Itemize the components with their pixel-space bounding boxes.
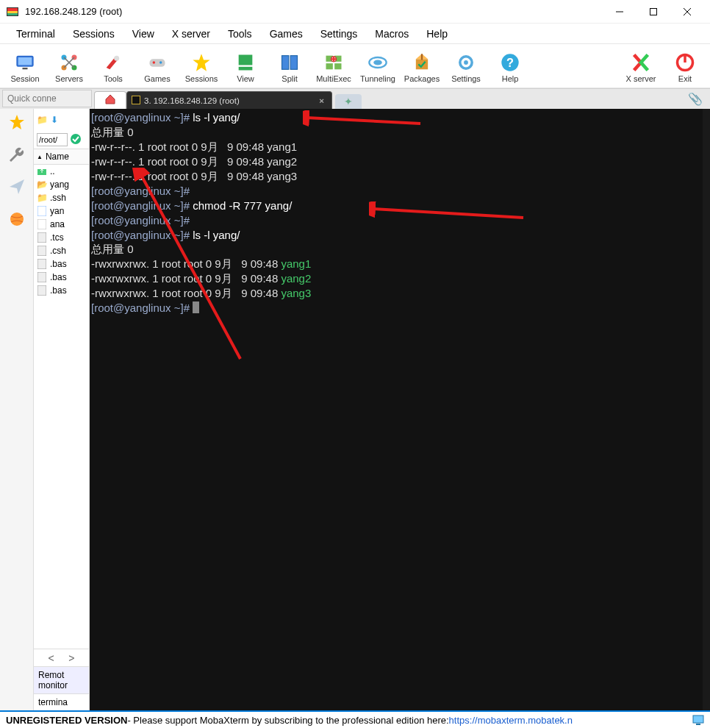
svg-rect-5	[650, 8, 657, 15]
menu-sessions[interactable]: Sessions	[64, 25, 123, 43]
menu-terminal[interactable]: Terminal	[7, 25, 64, 43]
tool-sessions[interactable]: Sessions	[179, 47, 223, 88]
sftp-item-folder[interactable]: 📁.ssh	[34, 191, 89, 204]
check-icon[interactable]	[70, 133, 82, 147]
star-icon	[191, 52, 212, 73]
svg-rect-25	[326, 63, 333, 69]
minimize-button[interactable]	[603, 1, 637, 23]
new-tab-button[interactable]: ✦	[335, 94, 362, 109]
sftp-item-up[interactable]: ..	[34, 165, 89, 178]
paperclip-icon[interactable]: 📎	[688, 92, 703, 106]
close-button[interactable]	[670, 1, 704, 23]
sftp-header[interactable]: ▲ Name	[34, 149, 89, 165]
tool-games[interactable]: Games	[135, 47, 179, 88]
sftp-item-file[interactable]: .bas	[34, 257, 89, 271]
home-tab[interactable]	[94, 91, 126, 109]
favorites-icon[interactable]	[8, 113, 26, 131]
svg-point-29	[373, 60, 382, 65]
menu-macros[interactable]: Macros	[366, 25, 417, 43]
svg-rect-46	[37, 259, 46, 269]
gear-icon	[456, 52, 476, 73]
footer: UNREGISTERED VERSION - Please support Mo…	[0, 710, 710, 728]
globe-icon[interactable]	[8, 210, 26, 228]
tunneling-icon	[367, 52, 388, 73]
menu-tools[interactable]: Tools	[219, 25, 261, 43]
svg-rect-2	[7, 11, 18, 13]
tool-servers[interactable]: Servers	[47, 47, 91, 88]
multiexec-icon	[323, 52, 344, 73]
svg-rect-26	[334, 63, 341, 69]
sftp-item-file[interactable]: ana	[34, 218, 89, 231]
sftp-item-file[interactable]: .tcs	[34, 231, 89, 244]
arrow-left-icon[interactable]: <	[49, 652, 54, 664]
send-icon[interactable]	[8, 178, 26, 196]
monitor-icon	[15, 52, 35, 73]
power-icon	[675, 52, 695, 73]
sftp-file-list[interactable]: .. 📂yang 📁.ssh yan ana .tcs .csh .bas .b…	[34, 165, 89, 649]
svg-point-40	[71, 134, 81, 144]
terminal-scrollbar[interactable]	[703, 109, 710, 710]
tool-multiexec[interactable]: MultiExec	[312, 47, 356, 88]
tool-view[interactable]: View	[223, 47, 268, 88]
tool-packages[interactable]: Packages	[400, 47, 444, 88]
sftp-path-input[interactable]	[37, 133, 68, 146]
wrench-icon[interactable]	[8, 146, 26, 163]
menu-help[interactable]: Help	[417, 25, 456, 43]
sftp-item-folder[interactable]: 📂yang	[34, 178, 89, 191]
sftp-panel: 📁 ⬇ ▲ Name .. 📂yang 📁.ssh yan ana .tcs .…	[34, 109, 90, 710]
footer-link[interactable]: https://mobaxterm.mobatek.n	[449, 715, 573, 726]
servers-icon	[59, 52, 79, 73]
folder-icon[interactable]: 📁	[37, 115, 48, 125]
sftp-nav: < >	[34, 649, 89, 666]
svg-point-32	[464, 60, 468, 65]
file-icon	[37, 246, 47, 256]
home-icon	[104, 93, 116, 108]
sftp-item-file[interactable]: yan	[34, 204, 89, 218]
up-folder-icon	[37, 166, 47, 176]
tab-terminal[interactable]: termina	[34, 693, 89, 710]
tool-exit[interactable]: Exit	[663, 47, 707, 88]
tabbar: 3. 192.168.248.129 (root) × ✦ 📎	[0, 88, 710, 109]
version-label: UNREGISTERED VERSION	[6, 715, 127, 726]
tab-remote-monitor[interactable]: Remotmonitor	[34, 667, 89, 693]
monitor-small-icon[interactable]	[692, 715, 704, 725]
toolbar: Session Servers Tools Games Sessions Vie…	[0, 44, 710, 88]
sftp-item-file[interactable]: .csh	[34, 244, 89, 257]
quick-connect-input[interactable]	[2, 90, 92, 107]
sftp-column-name: Name	[46, 151, 69, 162]
tab-label: 3. 192.168.248.129 (root)	[144, 96, 240, 105]
tool-split[interactable]: Split	[268, 47, 312, 88]
tool-settings[interactable]: Settings	[444, 47, 488, 88]
svg-point-15	[114, 55, 119, 60]
session-tab[interactable]: 3. 192.168.248.129 (root) ×	[126, 91, 332, 109]
tool-tunneling[interactable]: Tunneling	[356, 47, 400, 88]
sftp-item-file[interactable]: .bas	[34, 271, 89, 284]
split-icon	[279, 52, 300, 73]
svg-rect-10	[23, 68, 28, 69]
menu-games[interactable]: Games	[261, 25, 312, 43]
tool-xserver[interactable]: X server	[619, 47, 663, 88]
maximize-button[interactable]	[637, 1, 670, 23]
terminal[interactable]: [root@yanglinux ~]# ls -l yang/ 总用量 0 -r…	[90, 109, 710, 710]
tool-tools[interactable]: Tools	[91, 47, 135, 88]
file-icon	[37, 232, 47, 243]
gamepad-icon	[147, 52, 168, 73]
arrow-right-icon[interactable]: >	[68, 652, 74, 664]
sftp-toolbar: 📁 ⬇	[34, 109, 89, 131]
app-icon	[6, 5, 19, 18]
tab-close-button[interactable]: ×	[316, 96, 327, 105]
menu-xserver[interactable]: X server	[163, 25, 219, 43]
svg-text:?: ?	[506, 55, 514, 68]
tool-session[interactable]: Session	[3, 47, 47, 88]
tool-help[interactable]: ?Help	[488, 47, 532, 88]
menu-view[interactable]: View	[123, 25, 163, 43]
menu-settings[interactable]: Settings	[312, 25, 367, 43]
menubar: Terminal Sessions View X server Tools Ga…	[0, 24, 710, 44]
folder-icon: 📂	[37, 179, 47, 190]
file-icon	[37, 206, 47, 216]
file-icon	[37, 219, 47, 229]
sftp-bottom-tabs: Remotmonitor termina	[34, 666, 89, 710]
svg-rect-45	[37, 246, 46, 256]
sftp-item-file[interactable]: .bas	[34, 284, 89, 297]
download-icon[interactable]: ⬇	[51, 115, 58, 125]
